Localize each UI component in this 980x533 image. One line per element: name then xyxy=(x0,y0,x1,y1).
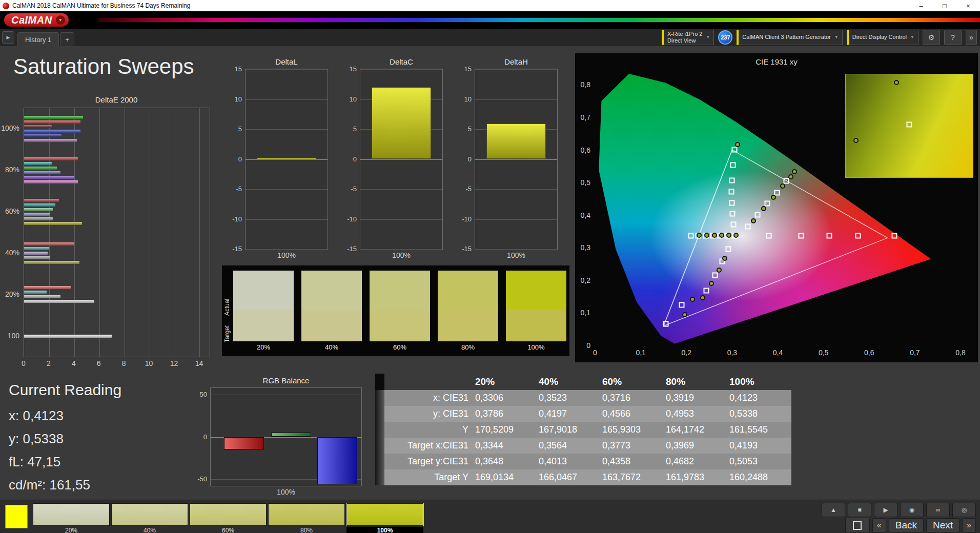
close-button[interactable]: × xyxy=(956,0,980,11)
table-header-spacer xyxy=(384,374,474,390)
swatch-label: 40% xyxy=(301,343,362,351)
pattern-generator-dropdown[interactable]: CalMAN Client 3 Pattern Generator ▼ xyxy=(737,30,842,45)
meter-dropdown[interactable]: X-Rite i1Pro 2 Direct View ▼ xyxy=(662,30,714,45)
minimize-button[interactable]: – xyxy=(909,0,933,11)
patch-swatch xyxy=(33,503,110,526)
tab-history-1[interactable]: History 1 xyxy=(17,32,59,46)
table-cell: 0,4013 xyxy=(537,454,601,469)
table-cell: 0,4682 xyxy=(664,454,728,469)
capture-button[interactable]: ◉ xyxy=(900,503,924,517)
row-gutter xyxy=(375,438,384,454)
meter-name: X-Rite i1Pro 2 xyxy=(667,31,702,37)
reading-fl: fL: 47,15 xyxy=(9,454,60,470)
collapse-arrow-icon[interactable]: ▶ xyxy=(2,31,14,44)
actual-color-patch xyxy=(438,271,498,310)
logo-bar: CalMAN ▼ xyxy=(0,11,980,29)
patch-button-100%[interactable]: 100% xyxy=(346,503,423,533)
brand-label: CalMAN xyxy=(11,14,52,26)
patch-button-20%[interactable]: 20% xyxy=(33,503,110,533)
measured-point xyxy=(771,195,776,200)
axis-tick-label: -10 xyxy=(232,215,242,222)
display-control-label: Direct Display Control xyxy=(852,34,907,40)
measured-point xyxy=(853,138,859,143)
expand-panel-button[interactable]: » xyxy=(966,30,977,45)
axis-tick-label: -50 xyxy=(197,475,207,482)
stop-button[interactable]: ■ xyxy=(848,503,871,517)
row-gutter xyxy=(375,390,384,406)
first-page-button[interactable]: « xyxy=(872,518,886,532)
axis-tick-label: 80% xyxy=(5,166,19,174)
table-cell: 0,3344 xyxy=(474,438,537,454)
axis-tick-label: 10 xyxy=(145,359,153,367)
eject-button[interactable]: ▲ xyxy=(822,503,845,517)
axis-tick-label: 12 xyxy=(170,359,178,367)
grid-line xyxy=(246,219,328,220)
calman-logo-menu[interactable]: CalMAN ▼ xyxy=(4,13,69,27)
grid-line xyxy=(246,189,328,190)
axis-tick-label: 0 xyxy=(353,155,357,162)
grid-line xyxy=(99,108,100,357)
swatch-label: 60% xyxy=(370,343,430,351)
cie-x-axis: 00,10,20,30,40,50,60,70,8 xyxy=(595,348,961,358)
patch-buttons: 20%40%60%80%100% xyxy=(33,503,423,533)
help-button[interactable]: ? xyxy=(944,30,962,45)
column-header: 60% xyxy=(601,374,664,390)
table-row: Y170,5209167,9018165,9303164,1742161,554… xyxy=(375,422,791,438)
power-button[interactable]: ◎ xyxy=(952,503,976,517)
table-cell: 0,3648 xyxy=(474,454,537,469)
deltae-x-axis: 02468101214 xyxy=(24,359,209,368)
transport-controls: ▲■▶◉∞◎ xyxy=(822,503,976,517)
table-row: y: CIE310,37860,41970,45660,49530,5338 xyxy=(375,406,791,422)
deltae-bar xyxy=(24,120,80,124)
patch-label: 80% xyxy=(268,526,345,533)
patch-button-80%[interactable]: 80% xyxy=(268,503,345,533)
target-point xyxy=(755,212,761,218)
axis-tick-label: -5 xyxy=(351,185,357,193)
target-point xyxy=(730,211,736,216)
cie-title: CIE 1931 xy xyxy=(575,57,978,66)
back-button[interactable]: Back xyxy=(889,518,924,532)
grid-line xyxy=(360,189,442,190)
column-header: 40% xyxy=(537,374,601,390)
gear-icon[interactable]: ⚙ xyxy=(923,30,940,45)
grid-line xyxy=(360,69,442,70)
row-gutter xyxy=(375,406,384,422)
window-title: CalMAN 2018 CalMAN Ultimate for Business… xyxy=(12,2,190,9)
display-control-dropdown[interactable]: Direct Display Control ▼ xyxy=(847,30,918,45)
deltae-bar xyxy=(24,171,60,174)
navigation-controls: « Back Next » xyxy=(845,518,976,533)
maximize-button[interactable]: □ xyxy=(933,0,956,11)
grid-line xyxy=(246,159,328,160)
measured-point xyxy=(704,233,709,238)
deltae-bar xyxy=(24,157,78,160)
axis-tick-label: 15 xyxy=(235,65,242,73)
target-point xyxy=(784,178,789,183)
patch-label: 40% xyxy=(111,526,188,533)
saturation-swatch xyxy=(506,271,566,341)
table-cell: 0,5338 xyxy=(728,406,791,422)
measured-point xyxy=(712,233,717,238)
table-cell: 0,4197 xyxy=(537,406,601,422)
patch-swatch xyxy=(111,503,188,526)
rgb-bar-green xyxy=(271,433,311,437)
pattern-window-button[interactable] xyxy=(845,518,870,533)
reading-cdm2: cd/m²: 161,55 xyxy=(9,477,90,493)
play-button[interactable]: ▶ xyxy=(874,503,897,517)
add-tab-button[interactable]: + xyxy=(60,32,74,46)
patch-button-40%[interactable]: 40% xyxy=(111,503,188,533)
grid-line xyxy=(211,395,361,395)
last-page-button[interactable]: » xyxy=(962,518,976,532)
chevron-down-icon: ▼ xyxy=(910,35,914,40)
target-point xyxy=(730,162,736,168)
loop-button[interactable]: ∞ xyxy=(926,503,950,517)
page-title: Saturation Sweeps xyxy=(13,54,194,79)
grid-line xyxy=(199,108,200,357)
axis-tick-label: 60% xyxy=(5,207,19,215)
patch-button-60%[interactable]: 60% xyxy=(190,503,267,533)
deltae-bar xyxy=(24,222,82,225)
next-button[interactable]: Next xyxy=(926,518,959,532)
axis-tick-label: -15 xyxy=(232,245,242,253)
deltae-bar xyxy=(24,217,53,220)
table-row: Target x:CIE310,33440,35640,37730,39690,… xyxy=(375,438,791,454)
grid-line xyxy=(360,219,442,220)
